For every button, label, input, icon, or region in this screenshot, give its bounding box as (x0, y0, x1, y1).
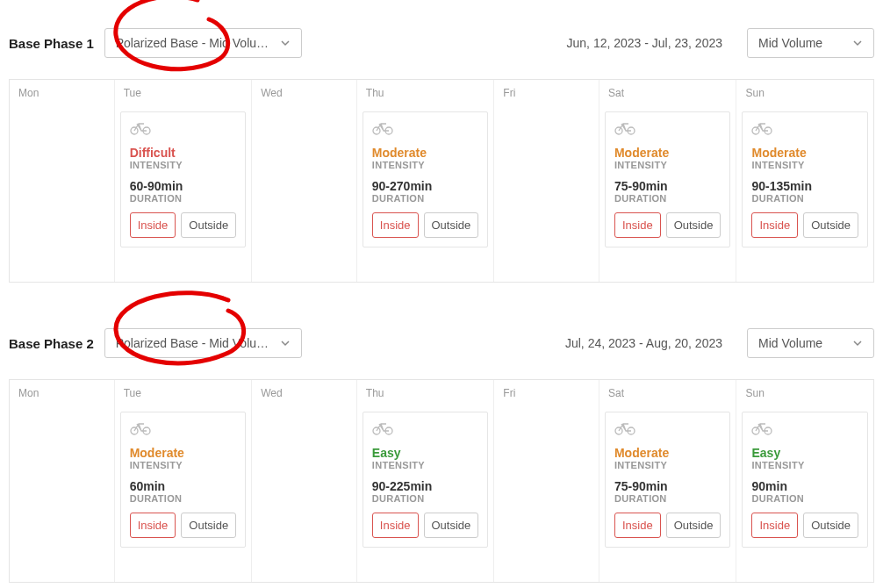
chevron-down-icon (280, 338, 291, 348)
day-header: Tue (115, 380, 252, 406)
outside-button[interactable]: Outside (803, 513, 858, 538)
inside-button[interactable]: Inside (130, 513, 176, 538)
outside-button[interactable]: Outside (803, 212, 858, 238)
duration-value: 60-90min (130, 179, 237, 193)
intensity-value: Easy (372, 446, 479, 460)
intensity-label: INTENSITY (130, 160, 237, 170)
bike-icon (372, 121, 479, 135)
week-grid: MonTueModerateINTENSITY60minDURATIONInsi… (9, 379, 874, 583)
location-buttons: InsideOutside (614, 212, 721, 238)
phase-title: Base Phase 1 (9, 36, 94, 51)
day-body: ModerateINTENSITY90-135minDURATIONInside… (736, 106, 873, 282)
day-body (10, 406, 114, 582)
volume-select-value: Mid Volume (758, 36, 844, 50)
day-header: Fri (494, 80, 599, 106)
intensity-value: Moderate (614, 446, 721, 460)
day-column: TueDifficultINTENSITY60-90minDURATIONIns… (115, 80, 253, 282)
outside-button[interactable]: Outside (424, 513, 479, 538)
day-column: SatModerateINTENSITY75-90minDURATIONInsi… (599, 380, 737, 582)
day-column: SunModerateINTENSITY90-135minDURATIONIns… (736, 80, 873, 282)
workout-card[interactable]: ModerateINTENSITY75-90minDURATIONInsideO… (605, 412, 731, 548)
chevron-down-icon (280, 38, 291, 48)
duration-label: DURATION (372, 493, 479, 504)
plan-select-value: Polarized Base - Mid Volu… (116, 36, 271, 50)
phase-block: Base Phase 2 Polarized Base - Mid Volu… … (9, 309, 874, 583)
workout-card[interactable]: ModerateINTENSITY75-90minDURATIONInsideO… (605, 111, 731, 247)
intensity-label: INTENSITY (751, 460, 858, 470)
day-column: ThuModerateINTENSITY90-270minDURATIONIns… (357, 80, 495, 282)
duration-label: DURATION (614, 493, 721, 504)
day-body: ModerateINTENSITY75-90minDURATIONInsideO… (599, 106, 736, 282)
inside-button[interactable]: Inside (372, 212, 419, 238)
date-range: Jul, 24, 2023 - Aug, 20, 2023 (565, 336, 722, 350)
day-header: Sun (736, 380, 873, 406)
day-body: EasyINTENSITY90minDURATIONInsideOutside (736, 406, 873, 582)
plan-select[interactable]: Polarized Base - Mid Volu… (104, 28, 302, 58)
day-body (494, 106, 599, 282)
chevron-down-icon (852, 38, 863, 48)
intensity-label: INTENSITY (130, 460, 237, 470)
inside-button[interactable]: Inside (751, 513, 798, 538)
duration-value: 90-225min (372, 479, 479, 493)
day-column: Wed (252, 80, 357, 282)
day-body (10, 106, 114, 282)
day-column: Fri (494, 80, 599, 282)
workout-card[interactable]: ModerateINTENSITY90-135minDURATIONInside… (742, 111, 868, 247)
outside-button[interactable]: Outside (666, 513, 721, 538)
bike-icon (130, 421, 237, 435)
workout-card[interactable]: ModerateINTENSITY60minDURATIONInsideOuts… (120, 412, 247, 548)
day-body (494, 406, 599, 582)
day-header: Sat (599, 80, 736, 106)
location-buttons: InsideOutside (130, 212, 237, 238)
day-body (252, 106, 356, 282)
day-column: SunEasyINTENSITY90minDURATIONInsideOutsi… (736, 380, 873, 582)
duration-label: DURATION (614, 193, 721, 204)
workout-card[interactable]: EasyINTENSITY90-225minDURATIONInsideOuts… (363, 412, 489, 548)
day-column: TueModerateINTENSITY60minDURATIONInsideO… (115, 380, 253, 582)
workout-card[interactable]: ModerateINTENSITY90-270minDURATIONInside… (363, 111, 489, 247)
day-column: Mon (10, 380, 115, 582)
volume-select[interactable]: Mid Volume (747, 28, 874, 58)
bike-icon (130, 121, 237, 135)
intensity-value: Moderate (372, 146, 479, 160)
intensity-label: INTENSITY (372, 160, 479, 170)
inside-button[interactable]: Inside (614, 513, 661, 538)
duration-value: 90-270min (372, 179, 479, 193)
intensity-label: INTENSITY (372, 460, 479, 470)
day-header: Mon (10, 80, 114, 106)
date-range: Jun, 12, 2023 - Jul, 23, 2023 (567, 36, 722, 50)
bike-icon (614, 121, 721, 135)
day-body: EasyINTENSITY90-225minDURATIONInsideOuts… (357, 406, 494, 582)
location-buttons: InsideOutside (751, 212, 858, 238)
intensity-value: Easy (751, 446, 858, 460)
intensity-value: Difficult (130, 146, 237, 160)
outside-button[interactable]: Outside (424, 212, 479, 238)
volume-select[interactable]: Mid Volume (747, 328, 874, 358)
outside-button[interactable]: Outside (666, 212, 721, 238)
outside-button[interactable]: Outside (181, 513, 236, 538)
day-header: Sun (736, 80, 873, 106)
inside-button[interactable]: Inside (372, 513, 419, 538)
plan-select[interactable]: Polarized Base - Mid Volu… (104, 328, 302, 358)
inside-button[interactable]: Inside (614, 212, 661, 238)
workout-card[interactable]: DifficultINTENSITY60-90minDURATIONInside… (120, 111, 247, 247)
location-buttons: InsideOutside (751, 513, 858, 538)
day-header: Thu (357, 380, 494, 406)
bike-icon (372, 421, 479, 435)
duration-value: 75-90min (614, 179, 721, 193)
location-buttons: InsideOutside (372, 212, 479, 238)
intensity-value: Moderate (751, 146, 858, 160)
outside-button[interactable]: Outside (181, 212, 236, 238)
duration-label: DURATION (372, 193, 479, 204)
day-column: ThuEasyINTENSITY90-225minDURATIONInsideO… (357, 380, 495, 582)
day-header: Thu (357, 80, 494, 106)
day-body: ModerateINTENSITY60minDURATIONInsideOuts… (115, 406, 252, 582)
duration-label: DURATION (751, 493, 858, 504)
duration-value: 90-135min (751, 179, 858, 193)
inside-button[interactable]: Inside (751, 212, 798, 238)
workout-card[interactable]: EasyINTENSITY90minDURATIONInsideOutside (742, 412, 868, 548)
duration-label: DURATION (751, 193, 858, 204)
inside-button[interactable]: Inside (130, 212, 176, 238)
chevron-down-icon (852, 338, 863, 348)
day-header: Wed (252, 380, 356, 406)
